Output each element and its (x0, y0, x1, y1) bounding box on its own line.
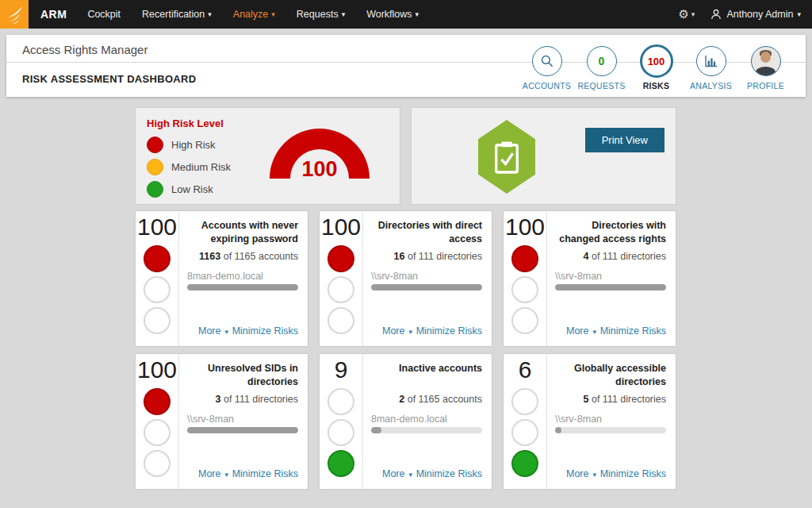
report-panel: Print View (411, 107, 676, 205)
risk-card: 100 Unresolved SIDs in directories 3 of … (135, 353, 308, 490)
risk-card-resource: \\srv-8man (555, 271, 666, 282)
dashboard-content: High Risk Level High Risk Medium Risk Lo… (135, 107, 677, 490)
risk-card: 100 Directories with changed access righ… (503, 210, 676, 347)
shortcut-analysis[interactable]: ANALYSIS (684, 46, 738, 90)
risk-cards-grid: 100 Accounts with never expiring passwor… (135, 210, 677, 490)
more-button[interactable]: More▾ (382, 325, 412, 337)
risk-score: 9 (335, 356, 348, 384)
risk-card-resource: \\srv-8man (187, 414, 298, 425)
nav-item-requests[interactable]: Requests▾ (297, 9, 345, 20)
risk-progress-bar (371, 427, 482, 433)
avatar (751, 46, 781, 76)
risks-circle: 100 (640, 44, 673, 78)
minimize-risks-link[interactable]: Minimize Risks (600, 325, 666, 337)
shortcut-label: REQUESTS (577, 81, 625, 90)
risk-card-footer: More▾ Minimize Risks (187, 325, 298, 338)
risk-legend: High Risk Medium Risk Low Risk (147, 137, 231, 203)
minimize-risks-link[interactable]: Minimize Risks (232, 468, 298, 479)
risk-progress-bar (187, 284, 298, 291)
minimize-risks-link[interactable]: Minimize Risks (600, 468, 666, 479)
accounts-circle (532, 46, 562, 76)
traffic-light-high (144, 245, 170, 272)
risk-card-left: 100 (320, 211, 363, 346)
risk-progress-fill (187, 284, 298, 291)
report-hexagon-icon (478, 120, 535, 194)
nav-item-cockpit[interactable]: Cockpit (87, 9, 121, 20)
risk-progress-fill (555, 284, 666, 291)
shortcut-accounts[interactable]: ACCOUNTS (519, 46, 574, 90)
risk-card: 9 Inactive accounts 2 of 1165 accounts 8… (319, 353, 492, 490)
traffic-light-low (511, 450, 538, 477)
chevron-down-icon: ▾ (342, 10, 346, 18)
risk-progress-fill (371, 284, 482, 291)
risk-card-body: Directories with direct access 16 of 111… (363, 211, 492, 346)
shortcut-label: RISKS (643, 81, 670, 90)
risk-card-footer: More▾ Minimize Risks (371, 468, 482, 481)
chevron-down-icon: ▾ (797, 10, 801, 18)
clipboard-check-icon (492, 139, 522, 175)
risk-card: 100 Accounts with never expiring passwor… (135, 210, 308, 347)
solarwinds-logo[interactable] (0, 0, 29, 29)
more-button[interactable]: More▾ (198, 468, 228, 479)
minimize-risks-link[interactable]: Minimize Risks (232, 325, 298, 337)
risk-card-count: 3 of 111 directories (187, 394, 298, 405)
chevron-down-icon: ▾ (416, 10, 419, 18)
traffic-light-medium (327, 419, 354, 446)
traffic-light-medium (511, 276, 538, 303)
user-menu[interactable]: Anthony Admin ▾ (710, 9, 801, 20)
risk-score: 6 (519, 356, 532, 384)
traffic-light-high (511, 388, 538, 415)
chevron-down-icon: ▾ (208, 10, 212, 18)
nav-right-group: ⚙▾ Anthony Admin ▾ (678, 7, 801, 21)
shortcut-requests[interactable]: 0 REQUESTS (574, 46, 629, 90)
risk-card-left: 100 (136, 211, 179, 346)
risk-card-resource: \\srv-8man (555, 414, 666, 425)
nav-item-recertification[interactable]: Recertification▾ (142, 9, 212, 20)
legend-item-high: High Risk (147, 137, 231, 153)
traffic-light-medium (511, 419, 538, 446)
top-navbar: ARM Cockpit Recertification▾ Analyze▾ Re… (0, 0, 812, 29)
risk-progress-bar (371, 284, 482, 291)
solarwinds-swirl-icon (4, 4, 25, 25)
traffic-light-low (327, 307, 354, 334)
nav-item-workflows[interactable]: Workflows▾ (366, 9, 419, 20)
shortcut-label: ACCOUNTS (523, 81, 571, 90)
risk-card: 6 Globally accessible directories 5 of 1… (503, 353, 676, 490)
risk-card-left: 6 (504, 354, 547, 489)
more-button[interactable]: More▾ (566, 468, 596, 479)
traffic-light-medium (144, 419, 170, 446)
gear-icon: ⚙ (678, 7, 688, 21)
risk-progress-fill (187, 427, 298, 433)
settings-menu[interactable]: ⚙▾ (678, 7, 695, 21)
requests-count: 0 (599, 55, 605, 67)
shortcut-risks[interactable]: 100 RISKS (629, 46, 684, 90)
risk-card-count: 2 of 1165 accounts (371, 394, 482, 405)
more-button[interactable]: More▾ (566, 325, 596, 337)
risk-progress-fill (371, 427, 381, 433)
risk-score: 100 (505, 214, 545, 241)
shortcut-profile[interactable]: PROFILE (738, 46, 793, 90)
risk-card-count: 1163 of 1165 accounts (187, 251, 298, 262)
risk-card-count: 5 of 111 directories (555, 394, 666, 405)
minimize-risks-link[interactable]: Minimize Risks (416, 325, 482, 337)
chevron-down-icon: ▾ (408, 471, 412, 479)
user-name: Anthony Admin (726, 9, 793, 20)
risk-gauge-value: 100 (290, 157, 349, 182)
print-view-button[interactable]: Print View (585, 128, 665, 152)
traffic-light-high (511, 245, 538, 272)
chevron-down-icon: ▾ (691, 10, 695, 18)
risk-progress-bar (187, 427, 298, 433)
risk-card-body: Unresolved SIDs in directories 3 of 111 … (179, 354, 308, 489)
more-button[interactable]: More▾ (198, 325, 228, 337)
minimize-risks-link[interactable]: Minimize Risks (416, 468, 482, 479)
summary-panels: High Risk Level High Risk Medium Risk Lo… (135, 107, 677, 205)
risk-card-left: 100 (504, 211, 547, 346)
nav-item-analyze[interactable]: Analyze▾ (233, 9, 275, 20)
traffic-light-high (327, 388, 354, 415)
risk-level-panel: High Risk Level High Risk Medium Risk Lo… (135, 107, 400, 205)
risk-card-body: Inactive accounts 2 of 1165 accounts 8ma… (363, 354, 492, 489)
risk-progress-bar (555, 427, 666, 433)
risk-card-title: Accounts with never expiring password (187, 219, 298, 247)
risk-card-count: 16 of 111 directories (371, 251, 482, 262)
more-button[interactable]: More▾ (382, 468, 412, 479)
